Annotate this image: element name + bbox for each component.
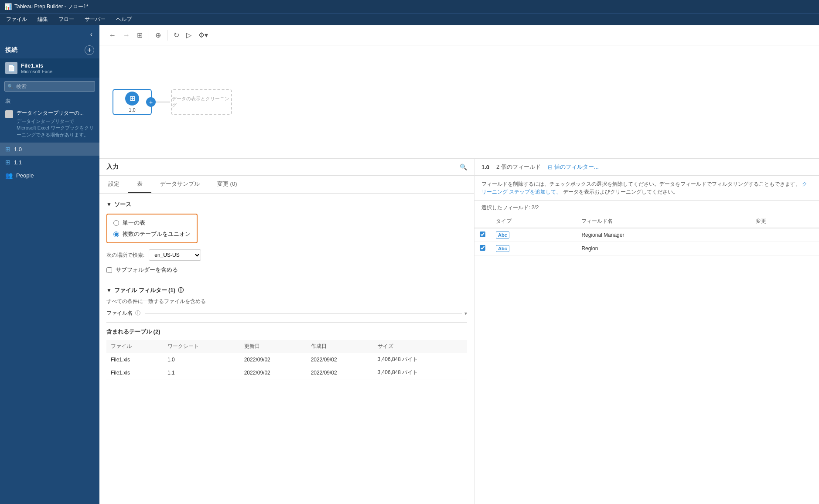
sidebar-item-1-0[interactable]: ⊞ 1.0	[0, 143, 99, 156]
grid-icon-1-1: ⊞	[5, 159, 10, 166]
section-divider-1	[106, 281, 467, 281]
fields-table: タイプ フィールド名 変更 Abc	[474, 215, 819, 255]
row0-worksheet: 1.0	[163, 353, 240, 366]
forward-button[interactable]: →	[120, 30, 133, 41]
menu-server[interactable]: サーバー	[83, 15, 107, 24]
data-interpreter-item: データインタープリターの... データインタープリターで Microsoft E…	[0, 107, 99, 141]
filter-icon: ⊟	[548, 164, 553, 170]
flow-dashed-node-label: データの表示とクリーニング	[172, 95, 231, 109]
field-row-1-checkbox[interactable]	[480, 245, 485, 251]
file-name: File1.xls	[21, 62, 54, 69]
tables-section-label: 含まれるテーブル (2)	[106, 328, 467, 336]
sidebar-sheet-label-1-0: 1.0	[14, 146, 22, 153]
field-row-0-type: Abc	[491, 228, 576, 242]
tab-data-sample[interactable]: データサンプル	[151, 176, 208, 193]
input-pane: 入力 🔍 設定 表 データサンプル 変更 (0) ▼ ソース	[99, 159, 474, 504]
search-icon: 🔍	[7, 84, 14, 89]
col-worksheet: ワークシート	[163, 340, 240, 353]
add-connection-button[interactable]: +	[85, 45, 94, 55]
section-divider-2	[106, 322, 467, 323]
filter-section-header: ▼ ファイル フィルター (1) ⓘ	[106, 286, 467, 294]
sidebar-header: ‹	[0, 25, 99, 44]
refresh-button[interactable]: ↻	[171, 29, 182, 41]
sheet-list: ⊞ 1.0 ⊞ 1.1 👥 People	[0, 141, 99, 184]
menu-flow[interactable]: フロー	[57, 15, 76, 24]
radio-union-table[interactable]: 複数のテーブルをユニオン	[113, 230, 191, 238]
fields-selected-label: 選択したフィールド: 2/2	[474, 201, 819, 215]
play-button[interactable]: ▷	[184, 29, 194, 41]
connection-section-label: 接続 +	[0, 44, 99, 58]
filter-label: ファイル フィルター (1)	[114, 286, 175, 294]
sidebar-collapse-button[interactable]: ‹	[89, 30, 94, 39]
radio-single-label: 単一の表	[123, 219, 145, 227]
title-bar-text: Tableau Prep Builder - フロー1*	[14, 3, 88, 10]
filter-field-expand-icon[interactable]: ▾	[464, 310, 467, 317]
filter-link-label: 値のフィルター...	[554, 163, 599, 171]
row0-size: 3,406,848 バイト	[373, 353, 467, 366]
home-button[interactable]: ⊞	[134, 29, 145, 41]
fields-count: 2 個のフィールド	[496, 163, 541, 171]
flow-node-label: 1.0	[129, 107, 135, 112]
fields-info-main: フィールドを削除するには、チェックボックスの選択を解除してください。データをフィ…	[481, 181, 801, 187]
input-search-icon[interactable]: 🔍	[460, 163, 467, 170]
fields-filter-link[interactable]: ⊟ 値のフィルター...	[548, 163, 599, 171]
toolbar-separator-1	[149, 30, 149, 41]
col-file: ファイル	[106, 340, 163, 353]
field-row-0-name: Regional Manager	[576, 228, 751, 242]
add-step-button[interactable]: ⊕	[153, 29, 164, 41]
menu-file[interactable]: ファイル	[4, 15, 29, 24]
search-input[interactable]	[4, 81, 95, 92]
menu-edit[interactable]: 編集	[36, 15, 50, 24]
menu-bar: ファイル 編集 フロー サーバー ヘルプ	[0, 13, 819, 25]
row1-created: 2022/09/02	[307, 366, 373, 379]
tab-changes[interactable]: 変更 (0)	[208, 176, 246, 193]
source-collapse-icon[interactable]: ▼	[106, 201, 112, 208]
back-button[interactable]: ←	[106, 30, 119, 41]
toolbar-separator-2	[167, 30, 167, 41]
main-area: ← → ⊞ ⊕ ↻ ▷ ⚙▾ ⊞ 1.0 + データの表示とクリーニング	[99, 25, 819, 504]
flow-node-1-0[interactable]: ⊞ 1.0 +	[113, 89, 152, 115]
row0-created: 2022/09/02	[307, 353, 373, 366]
people-icon: 👥	[5, 172, 13, 179]
field-row-1-checkbox-cell	[474, 242, 491, 255]
col-created: 作成日	[307, 340, 373, 353]
toolbar: ← → ⊞ ⊕ ↻ ▷ ⚙▾	[99, 25, 819, 45]
title-bar: 📊 Tableau Prep Builder - フロー1*	[0, 0, 819, 13]
sidebar-item-1-1[interactable]: ⊞ 1.1	[0, 156, 99, 169]
sidebar-file-item[interactable]: 📄 File1.xls Microsoft Excel	[0, 58, 99, 78]
tables-table: ファイル ワークシート 更新日 作成日 サイズ File1.xls	[106, 340, 467, 379]
subfolder-checkbox[interactable]	[106, 267, 112, 273]
menu-help[interactable]: ヘルプ	[114, 15, 133, 24]
subfolder-label: サブフォルダーを含める	[116, 266, 178, 274]
radio-single-input[interactable]	[113, 220, 119, 226]
source-section-header: ▼ ソース	[106, 201, 467, 208]
row1-worksheet: 1.1	[163, 366, 240, 379]
col-size: サイズ	[373, 340, 467, 353]
tab-table[interactable]: 表	[128, 176, 151, 193]
flow-canvas: ⊞ 1.0 + データの表示とクリーニング	[99, 45, 819, 159]
sidebar-item-people[interactable]: 👥 People	[0, 169, 99, 182]
filter-collapse-icon[interactable]: ▼	[106, 287, 112, 293]
row1-size: 3,406,848 バイト	[373, 366, 467, 379]
field-row-1-changed	[751, 242, 819, 255]
field-row-1: Abc Region	[474, 242, 819, 255]
col-updated: 更新日	[240, 340, 307, 353]
input-content: ▼ ソース 単一の表 複数のテーブルをユニオン	[99, 194, 474, 504]
flow-dashed-node[interactable]: データの表示とクリーニング	[171, 89, 232, 115]
search-location-select[interactable]: en_US-US ja_JP	[149, 249, 201, 261]
radio-union-input[interactable]	[113, 232, 119, 237]
sidebar-sheet-label-people: People	[16, 172, 34, 179]
row0-updated: 2022/09/02	[240, 353, 307, 366]
filter-field-row: ファイル名 ⓘ ▾	[106, 310, 467, 317]
radio-single-table[interactable]: 単一の表	[113, 219, 191, 227]
col-type: タイプ	[491, 215, 576, 228]
file-info: File1.xls Microsoft Excel	[21, 62, 54, 74]
file-type: Microsoft Excel	[21, 69, 54, 74]
flow-node-add-button[interactable]: +	[146, 97, 156, 107]
col-fieldname: フィールド名	[576, 215, 751, 228]
field-row-0-checkbox[interactable]	[480, 232, 485, 237]
app-icon: 📊	[4, 3, 12, 10]
bottom-panel: 入力 🔍 設定 表 データサンプル 変更 (0) ▼ ソース	[99, 159, 819, 504]
settings-button[interactable]: ⚙▾	[196, 29, 211, 41]
tab-settings[interactable]: 設定	[99, 176, 128, 193]
